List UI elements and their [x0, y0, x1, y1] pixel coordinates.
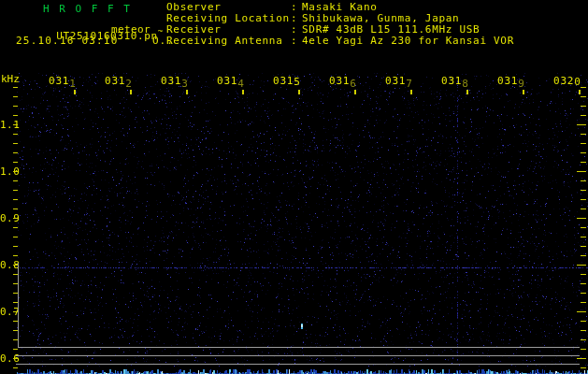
hrofft-screen: H R O F F T UT2510160310.pn~ meteor 25.1…: [0, 0, 588, 374]
spectrogram-canvas: [0, 0, 588, 374]
